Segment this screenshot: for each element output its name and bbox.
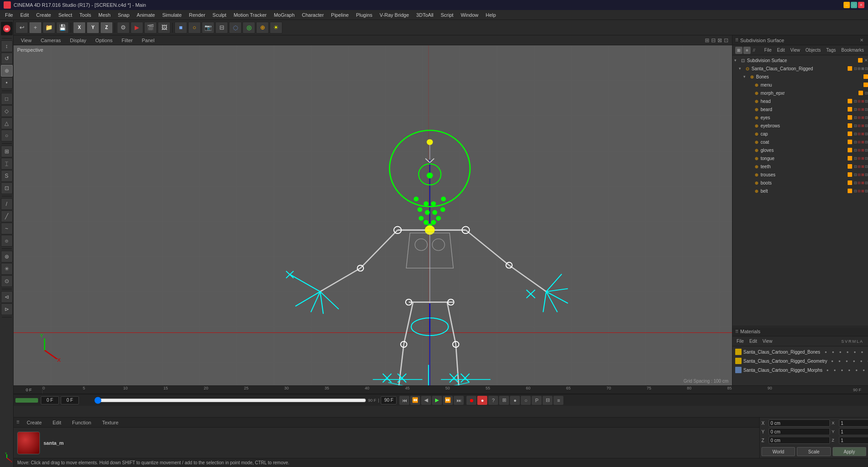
- tool-12[interactable]: ⌾: [1, 235, 13, 247]
- coords-scale-button[interactable]: Scale: [797, 447, 830, 456]
- tree-item-beard[interactable]: ▸ ⊕ beard ⊡ ⊟ ⊠ ⊡: [732, 105, 868, 113]
- coord-input-sy[interactable]: [839, 428, 868, 435]
- menu-help[interactable]: Help: [483, 11, 499, 19]
- tb-obj[interactable]: ◎: [242, 22, 255, 34]
- frame-input-2[interactable]: [61, 396, 79, 404]
- menu-select[interactable]: Select: [55, 11, 76, 19]
- me-tab-texture[interactable]: Texture: [98, 419, 122, 426]
- menu-vray[interactable]: V-Ray Bridge: [377, 11, 412, 19]
- tree-item-cap[interactable]: ▸ ⊕ cap ⊡ ⊟ ⊠ ⊡: [732, 130, 868, 138]
- tb-new[interactable]: +: [29, 22, 42, 34]
- tool-16[interactable]: ⊲: [1, 291, 13, 303]
- scene-icon-grid[interactable]: ⊞: [735, 47, 742, 54]
- sp-menu-view[interactable]: View: [788, 47, 802, 54]
- coord-input-sx[interactable]: [839, 419, 868, 427]
- apply-button[interactable]: Apply: [833, 447, 866, 456]
- tool-1[interactable]: □: [1, 93, 13, 105]
- close-button[interactable]: ✕: [858, 2, 864, 8]
- tb-lamp[interactable]: ☀: [270, 22, 282, 34]
- tree-item-subdivision[interactable]: ▾ ⊡ Subdivision Surface ✕: [732, 56, 868, 64]
- menu-motion-tracker[interactable]: Motion Tracker: [230, 11, 270, 19]
- btn-tl-circle[interactable]: ○: [521, 396, 531, 405]
- menu-create[interactable]: Create: [33, 11, 54, 19]
- tree-item-eyes[interactable]: ▸ ⊕ eyes ⊡ ⊟ ⊠ ⊡: [732, 113, 868, 122]
- vp-icon-4[interactable]: ⊡: [724, 37, 728, 44]
- menu-file[interactable]: File: [2, 11, 16, 19]
- me-tab-edit[interactable]: Edit: [49, 419, 65, 426]
- tool-13[interactable]: ⊛: [1, 251, 13, 263]
- tool-scale[interactable]: ⊕: [1, 65, 13, 77]
- tool-11[interactable]: ~: [1, 223, 13, 234]
- scene-icon-list[interactable]: ≡: [743, 47, 751, 54]
- tree-item-belt[interactable]: ▸ ⊕ belt ⊡ ⊟ ⊠ ⊡: [732, 187, 868, 195]
- vp-tab-filter[interactable]: Filter: [118, 37, 136, 44]
- coord-input-sz[interactable]: [839, 437, 868, 444]
- menu-simulate[interactable]: Simulate: [159, 11, 185, 19]
- vp-tab-view[interactable]: View: [17, 37, 35, 44]
- menu-3dtoall[interactable]: 3DToAll: [413, 11, 436, 19]
- menu-window[interactable]: Window: [457, 11, 481, 19]
- btn-go-end[interactable]: ⏭: [454, 396, 464, 405]
- vp-tab-panel[interactable]: Panel: [138, 37, 158, 44]
- mat-menu-view[interactable]: View: [760, 338, 775, 345]
- tree-item-morph[interactable]: ▸ ⊕ morph_epxr ⊡: [732, 89, 868, 97]
- btn-tl-rec[interactable]: ⏺: [466, 396, 476, 405]
- btn-tl-menu[interactable]: ≡: [553, 396, 563, 405]
- me-tab-function[interactable]: Function: [68, 419, 95, 426]
- tree-item-teeth[interactable]: ▸ ⊕ teeth ⊡ ⊟ ⊠ ⊡: [732, 162, 868, 170]
- tb-mode-y[interactable]: Y: [87, 22, 99, 34]
- menu-script[interactable]: Script: [437, 11, 456, 19]
- btn-prev-frame[interactable]: ⏪: [410, 396, 420, 405]
- btn-next-frame[interactable]: ⏩: [443, 396, 453, 405]
- sp-menu-bookmarks[interactable]: Bookmarks: [839, 47, 866, 54]
- tb-sky[interactable]: ◌: [229, 22, 242, 34]
- tb-open[interactable]: 📁: [43, 22, 55, 34]
- scene-panel-close[interactable]: ✕: [858, 37, 865, 44]
- tb-floor[interactable]: ⊟: [215, 22, 228, 34]
- vp-icon-1[interactable]: ⊞: [705, 37, 709, 44]
- tool-15[interactable]: ⊙: [1, 275, 13, 287]
- tb-camera[interactable]: 📷: [202, 22, 214, 34]
- btn-play[interactable]: ▶: [432, 396, 442, 405]
- vp-tab-options[interactable]: Options: [92, 37, 116, 44]
- vp-tab-cameras[interactable]: Cameras: [37, 37, 65, 44]
- btn-tl-dot[interactable]: ●: [510, 396, 520, 405]
- coord-input-x[interactable]: [769, 419, 830, 427]
- menu-edit[interactable]: Edit: [17, 11, 32, 19]
- sp-menu-objects[interactable]: Objects: [803, 47, 823, 54]
- frame-slider[interactable]: [94, 398, 366, 403]
- tool-2[interactable]: ◇: [1, 105, 13, 117]
- menu-mograph[interactable]: MoGraph: [271, 11, 298, 19]
- tb-render-all[interactable]: 🖼: [158, 22, 170, 34]
- tool-7[interactable]: S: [1, 170, 13, 182]
- menu-pipeline[interactable]: Pipeline: [328, 11, 352, 19]
- minimize-button[interactable]: –: [844, 2, 850, 8]
- mat-item-bones[interactable]: Santa_Claus_Cartoon_Rigged_Bones ● ● ● ●…: [734, 347, 866, 356]
- tree-item-santa[interactable]: ▾ ⊙ Santa_Claus_Cartoon_Rigged ⊡ ⊟ ⊠ ⊡: [732, 64, 868, 73]
- btn-tl-p[interactable]: P: [532, 396, 542, 405]
- vp-icon-3[interactable]: ⊠: [718, 37, 722, 44]
- tb-mode-z[interactable]: Z: [100, 22, 113, 34]
- tree-item-coat[interactable]: ▸ ⊕ coat ⊡ ⊟ ⊠ ⊡: [732, 138, 868, 146]
- btn-go-start[interactable]: ⏮: [399, 396, 409, 405]
- tb-render-settings[interactable]: ⚙: [117, 22, 130, 34]
- sp-menu-edit[interactable]: Edit: [775, 47, 787, 54]
- sp-menu-file[interactable]: File: [762, 47, 774, 54]
- tb-box[interactable]: ■: [175, 22, 187, 34]
- sp-menu-tags[interactable]: Tags: [824, 47, 838, 54]
- tool-9[interactable]: /: [1, 198, 13, 210]
- viewport[interactable]: View Cameras Display Options Filter Pane…: [14, 35, 732, 385]
- tree-item-eyebrows[interactable]: ▸ ⊕ eyebrows ⊡ ⊟ ⊠ ⊡: [732, 122, 868, 130]
- btn-tl-grid2[interactable]: ⊟: [543, 396, 553, 405]
- vp-icon-2[interactable]: ⊟: [711, 37, 716, 44]
- btn-tl-red2[interactable]: ●: [477, 396, 487, 405]
- tree-item-bones[interactable]: ▾ ⊛ Bones: [732, 73, 868, 81]
- menu-render[interactable]: Render: [186, 11, 209, 19]
- tool-14[interactable]: ✳: [1, 263, 13, 275]
- menu-character[interactable]: Character: [299, 11, 327, 19]
- tool-17[interactable]: ⊳: [1, 303, 13, 315]
- tb-bone[interactable]: ⊕: [256, 22, 269, 34]
- tool-3[interactable]: △: [1, 117, 13, 129]
- btn-tl-q[interactable]: ?: [488, 396, 498, 405]
- tree-item-menu[interactable]: ▸ ⊕ menu: [732, 81, 868, 89]
